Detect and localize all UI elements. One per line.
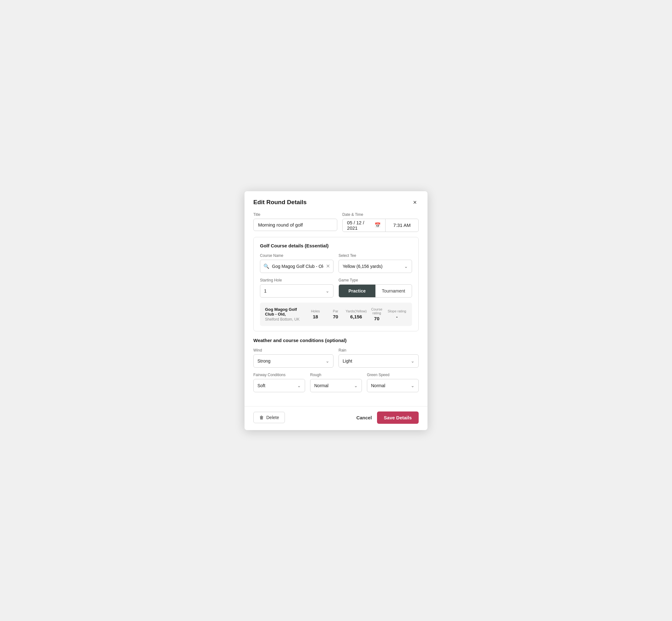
practice-toggle-btn[interactable]: Practice <box>339 285 375 297</box>
time-field[interactable]: 7:31 AM <box>385 219 418 232</box>
golf-section-title: Golf Course details (Essential) <box>260 243 412 248</box>
starting-hole-dropdown[interactable]: 1 2 10 <box>260 285 333 297</box>
fairway-group: Fairway Conditions Firm Normal Soft ⌄ <box>253 373 305 392</box>
clear-course-icon[interactable]: ✕ <box>326 263 330 269</box>
search-icon: 🔍 <box>263 263 269 269</box>
calendar-icon: 📅 <box>375 222 381 228</box>
select-tee-dropdown[interactable]: Yellow (6,156 yards) White Red <box>339 260 412 273</box>
weather-section: Weather and course conditions (optional)… <box>253 338 419 392</box>
weather-section-title: Weather and course conditions (optional) <box>253 338 419 343</box>
save-button[interactable]: Save Details <box>377 411 419 424</box>
rough-wrapper[interactable]: Short Normal Long ⌄ <box>310 379 362 392</box>
rain-label: Rain <box>339 348 419 353</box>
slope-rating-label: Slope rating <box>387 309 407 313</box>
course-tee-row: Course Name 🔍 ✕ Select Tee Yellow (6,156… <box>260 253 412 273</box>
par-value: 70 <box>326 314 346 319</box>
modal-header: Edit Round Details × <box>245 191 427 212</box>
edit-round-modal: Edit Round Details × Title Date & Time 0… <box>245 191 427 430</box>
game-type-label: Game Type <box>339 278 412 282</box>
date-field[interactable]: 05 / 12 / 2021 📅 <box>343 219 385 232</box>
hole-gametype-row: Starting Hole 1 2 10 ⌄ Game Type Practic… <box>260 278 412 298</box>
fairway-dropdown[interactable]: Firm Normal Soft <box>254 379 305 392</box>
holes-label: Holes <box>305 309 326 313</box>
title-input[interactable] <box>253 219 337 231</box>
modal-title: Edit Round Details <box>253 199 307 206</box>
slope-rating-stat: Slope rating - <box>387 309 407 319</box>
course-name-input[interactable] <box>269 264 326 269</box>
green-speed-wrapper[interactable]: Slow Normal Fast ⌄ <box>367 379 419 392</box>
title-date-row: Title Date & Time 05 / 12 / 2021 📅 7:31 … <box>253 212 419 232</box>
rain-group: Rain None Light Moderate Heavy ⌄ <box>339 348 419 368</box>
wind-label: Wind <box>253 348 333 353</box>
select-tee-group: Select Tee Yellow (6,156 yards) White Re… <box>339 253 412 273</box>
course-rating-value: 70 <box>367 316 387 321</box>
slope-rating-value: - <box>387 314 407 319</box>
select-tee-wrapper[interactable]: Yellow (6,156 yards) White Red ⌄ <box>339 260 412 273</box>
delete-label: Delete <box>266 415 279 420</box>
course-rating-label: Course rating <box>367 307 387 315</box>
rough-group: Rough Short Normal Long ⌄ <box>310 373 362 392</box>
rough-dropdown[interactable]: Short Normal Long <box>310 379 362 392</box>
golf-course-section: Golf Course details (Essential) Course N… <box>253 237 419 331</box>
date-group: Date & Time 05 / 12 / 2021 📅 7:31 AM <box>342 212 419 232</box>
starting-hole-wrapper[interactable]: 1 2 10 ⌄ <box>260 284 333 298</box>
holes-value: 18 <box>305 314 326 319</box>
course-rating-stat: Course rating 70 <box>367 307 387 321</box>
par-label: Par <box>326 309 346 313</box>
date-value: 05 / 12 / 2021 <box>347 220 371 231</box>
green-speed-group: Green Speed Slow Normal Fast ⌄ <box>367 373 419 392</box>
footer-right: Cancel Save Details <box>356 411 419 424</box>
wind-dropdown[interactable]: None Light Moderate Strong <box>254 355 333 367</box>
wind-rain-row: Wind None Light Moderate Strong ⌄ Rain <box>253 348 419 368</box>
time-value: 7:31 AM <box>393 222 411 228</box>
fairway-rough-green-row: Fairway Conditions Firm Normal Soft ⌄ Ro… <box>253 373 419 392</box>
fairway-label: Fairway Conditions <box>253 373 305 377</box>
course-info-location: Shelford Bottom, UK <box>265 317 305 322</box>
rain-wrapper[interactable]: None Light Moderate Heavy ⌄ <box>339 355 419 368</box>
cancel-button[interactable]: Cancel <box>356 415 372 420</box>
fairway-wrapper[interactable]: Firm Normal Soft ⌄ <box>253 379 305 392</box>
modal-footer: 🗑 Delete Cancel Save Details <box>245 406 427 430</box>
wind-wrapper[interactable]: None Light Moderate Strong ⌄ <box>253 355 333 368</box>
green-speed-label: Green Speed <box>367 373 419 377</box>
modal-body: Title Date & Time 05 / 12 / 2021 📅 7:31 … <box>245 212 427 405</box>
delete-button[interactable]: 🗑 Delete <box>253 412 285 423</box>
holes-stat: Holes 18 <box>305 309 326 319</box>
course-info-name-block: Gog Magog Golf Club - Old, Shelford Bott… <box>265 307 305 322</box>
par-stat: Par 70 <box>326 309 346 319</box>
course-search-wrapper[interactable]: 🔍 ✕ <box>260 260 333 273</box>
yards-label: Yards(Yellow) <box>346 309 367 313</box>
date-time-field: 05 / 12 / 2021 📅 7:31 AM <box>342 219 419 232</box>
select-tee-label: Select Tee <box>339 253 412 258</box>
course-name-label: Course Name <box>260 253 333 258</box>
green-speed-dropdown[interactable]: Slow Normal Fast <box>367 379 418 392</box>
course-info-box: Gog Magog Golf Club - Old, Shelford Bott… <box>260 303 412 326</box>
title-group: Title <box>253 212 337 232</box>
yards-stat: Yards(Yellow) 6,156 <box>346 309 367 319</box>
game-type-group: Game Type Practice Tournament <box>339 278 412 298</box>
title-label: Title <box>253 212 337 217</box>
yards-value: 6,156 <box>346 314 367 319</box>
wind-group: Wind None Light Moderate Strong ⌄ <box>253 348 333 368</box>
close-button[interactable]: × <box>411 198 419 207</box>
trash-icon: 🗑 <box>259 415 264 420</box>
rain-dropdown[interactable]: None Light Moderate Heavy <box>339 355 418 367</box>
tournament-toggle-btn[interactable]: Tournament <box>375 285 412 297</box>
starting-hole-group: Starting Hole 1 2 10 ⌄ <box>260 278 333 298</box>
date-time-label: Date & Time <box>342 212 419 217</box>
rough-label: Rough <box>310 373 362 377</box>
course-info-name: Gog Magog Golf Club - Old, <box>265 307 305 317</box>
game-type-toggle: Practice Tournament <box>339 284 412 298</box>
starting-hole-label: Starting Hole <box>260 278 333 282</box>
course-name-group: Course Name 🔍 ✕ <box>260 253 333 273</box>
